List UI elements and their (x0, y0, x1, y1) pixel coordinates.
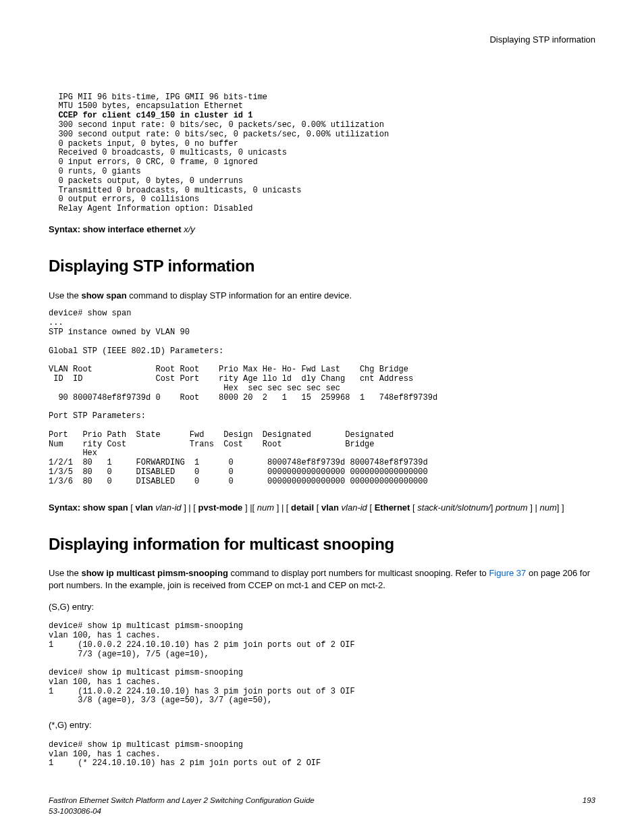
syntax-arg: x/y (184, 224, 195, 234)
code-block-pimsm-starg: device# show ip multicast pimsm-snooping… (49, 741, 595, 768)
page-header-right: Displaying STP information (49, 34, 595, 46)
figure-link[interactable]: Figure 37 (489, 568, 526, 578)
code-block-interface: IPG MII 96 bits-time, IPG GMII 96 bits-t… (49, 93, 595, 214)
syntax-line-2: Syntax: show span [ vlan vlan-id ] | [ p… (49, 502, 595, 514)
star-g-entry-label: (*,G) entry: (49, 719, 595, 731)
code-block-pimsm-sg: device# show ip multicast pimsm-snooping… (49, 622, 595, 706)
multicast-intro: Use the show ip multicast pimsm-snooping… (49, 567, 595, 591)
syntax-line-1: Syntax: show interface ethernet x/y (49, 224, 595, 236)
syntax-prefix: Syntax: show interface ethernet (49, 224, 184, 234)
sg-entry-label: (S,G) entry: (49, 601, 595, 613)
page-footer: FastIron Ethernet Switch Platform and La… (49, 796, 595, 816)
stp-intro: Use the show span command to display STP… (49, 290, 595, 302)
code-block-showspan: device# show span ... STP instance owned… (49, 309, 595, 486)
footer-page-number: 193 (583, 796, 595, 816)
footer-title: FastIron Ethernet Switch Platform and La… (49, 796, 315, 806)
section-heading-multicast: Displaying information for multicast sno… (49, 533, 595, 555)
section-heading-stp: Displaying STP information (49, 255, 595, 277)
footer-docnum: 53-1003086-04 (49, 806, 315, 817)
